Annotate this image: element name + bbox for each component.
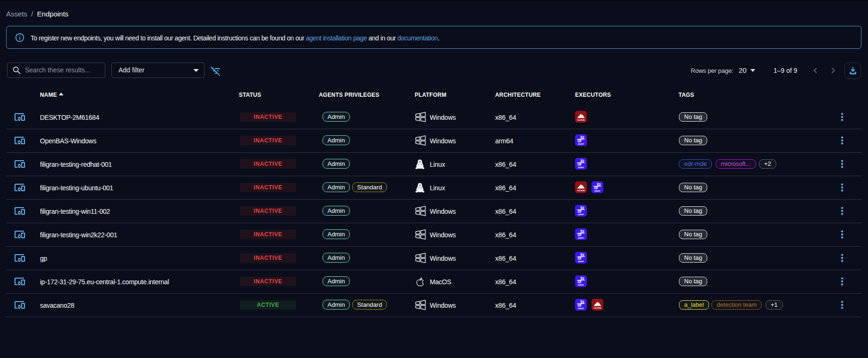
svg-text:CALDERA: CALDERA — [577, 119, 585, 121]
svg-text:AGENT: AGENT — [578, 261, 584, 263]
svg-text:CALDERA: CALDERA — [577, 190, 585, 192]
svg-text:AGENT: AGENT — [594, 190, 600, 192]
svg-text:AGENT: AGENT — [578, 237, 584, 239]
svg-text:CALDERA: CALDERA — [593, 307, 601, 309]
svg-text:AGENT: AGENT — [578, 214, 584, 216]
svg-text:AGENT: AGENT — [578, 284, 584, 286]
svg-text:AGENT: AGENT — [578, 143, 584, 145]
svg-text:AGENT: AGENT — [578, 167, 584, 169]
svg-text:AGENT: AGENT — [578, 308, 584, 310]
